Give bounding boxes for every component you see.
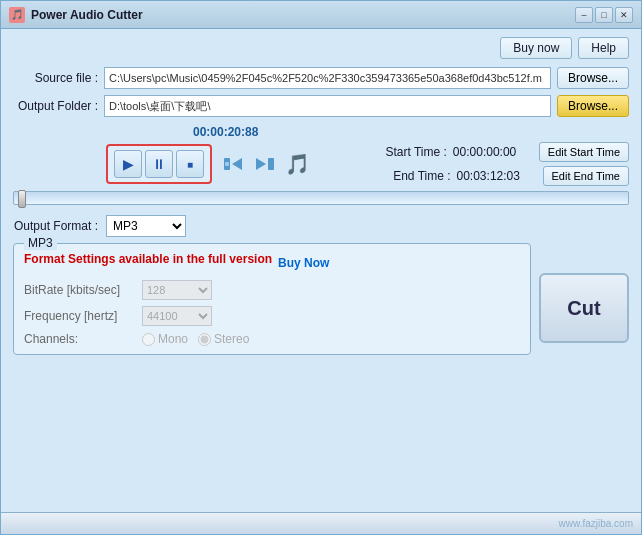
channels-label: Channels: [24, 332, 134, 346]
source-file-label: Source file : [13, 71, 98, 85]
mp3-group-title: MP3 [24, 236, 57, 250]
content-area: Buy now Help Source file : Browse... Out… [1, 29, 641, 512]
channels-radio-group: Mono Stereo [142, 332, 249, 346]
output-folder-input[interactable] [104, 95, 551, 117]
stereo-label: Stereo [214, 332, 249, 346]
source-file-input[interactable] [104, 67, 551, 89]
mono-radio [142, 333, 155, 346]
bitrate-row: BitRate [kbits/sec] 128 [24, 280, 520, 300]
svg-rect-2 [225, 162, 229, 166]
app-icon: 🎵 [9, 7, 25, 23]
source-file-row: Source file : Browse... [13, 67, 629, 89]
mp3-settings-group: MP3 Format Settings available in the ful… [13, 243, 531, 355]
player-section: 00:00:20:88 ▶ ⏸ ■ [13, 125, 629, 205]
player-buttons-box: ▶ ⏸ ■ [106, 144, 212, 184]
top-action-buttons: Buy now Help [13, 37, 629, 59]
format-row: Output Format : MP3 WAV OGG WMA AAC [13, 215, 629, 237]
mono-option: Mono [142, 332, 188, 346]
music-icon-button[interactable]: 🎵 [284, 151, 310, 177]
title-bar-buttons: – □ ✕ [575, 7, 633, 23]
end-time-label: End Time : [381, 169, 451, 183]
rewind-icon-button[interactable] [220, 151, 246, 177]
progress-thumb[interactable] [18, 190, 26, 208]
channels-row: Channels: Mono Stereo [24, 332, 520, 346]
stop-button[interactable]: ■ [176, 150, 204, 178]
forward-icon-button[interactable] [252, 151, 278, 177]
time-info: Start Time : 00:00:00:00 Edit Start Time… [377, 142, 629, 186]
end-time-value: 00:03:12:03 [457, 169, 537, 183]
watermark-text: www.fazjiba.com [559, 518, 633, 529]
player-extra-buttons: 🎵 [220, 151, 310, 177]
bitrate-label: BitRate [kbits/sec] [24, 283, 134, 297]
output-browse-button[interactable]: Browse... [557, 95, 629, 117]
help-button[interactable]: Help [578, 37, 629, 59]
right-panel: Cut [539, 243, 629, 343]
svg-marker-4 [256, 158, 266, 170]
start-time-value: 00:00:00:00 [453, 145, 533, 159]
stereo-radio [198, 333, 211, 346]
frequency-select: 44100 [142, 306, 212, 326]
mono-label: Mono [158, 332, 188, 346]
buy-now-button[interactable]: Buy now [500, 37, 572, 59]
stereo-option: Stereo [198, 332, 249, 346]
output-folder-label: Output Folder : [13, 99, 98, 113]
pause-button[interactable]: ⏸ [145, 150, 173, 178]
main-area: MP3 Format Settings available in the ful… [13, 243, 629, 504]
edit-start-time-button[interactable]: Edit Start Time [539, 142, 629, 162]
cut-button[interactable]: Cut [539, 273, 629, 343]
progress-bar[interactable] [13, 191, 629, 205]
minimize-button[interactable]: – [575, 7, 593, 23]
start-time-label: Start Time : [377, 145, 447, 159]
end-time-row: End Time : 00:03:12:03 Edit End Time [381, 166, 629, 186]
frequency-row: Frequency [hertz] 44100 [24, 306, 520, 326]
play-button[interactable]: ▶ [114, 150, 142, 178]
edit-end-time-button[interactable]: Edit End Time [543, 166, 629, 186]
output-folder-row: Output Folder : Browse... [13, 95, 629, 117]
bottom-bar: www.fazjiba.com [1, 512, 641, 534]
source-browse-button[interactable]: Browse... [557, 67, 629, 89]
player-and-time-row: ▶ ⏸ ■ 🎵 [13, 142, 629, 186]
window-title: Power Audio Cutter [31, 8, 575, 22]
player-time-display: 00:00:20:88 [193, 125, 258, 139]
start-time-row: Start Time : 00:00:00:00 Edit Start Time [377, 142, 629, 162]
maximize-button[interactable]: □ [595, 7, 613, 23]
left-panel: MP3 Format Settings available in the ful… [13, 243, 531, 355]
close-button[interactable]: ✕ [615, 7, 633, 23]
main-window: 🎵 Power Audio Cutter – □ ✕ Buy now Help … [0, 0, 642, 535]
title-bar: 🎵 Power Audio Cutter – □ ✕ [1, 1, 641, 29]
format-warning-text: Format Settings available in the full ve… [24, 252, 272, 266]
bitrate-select: 128 [142, 280, 212, 300]
svg-rect-3 [268, 158, 274, 170]
output-format-label: Output Format : [13, 219, 98, 233]
format-select[interactable]: MP3 WAV OGG WMA AAC [106, 215, 186, 237]
frequency-label: Frequency [hertz] [24, 309, 134, 323]
svg-marker-1 [232, 158, 242, 170]
buy-now-link[interactable]: Buy Now [278, 256, 329, 270]
